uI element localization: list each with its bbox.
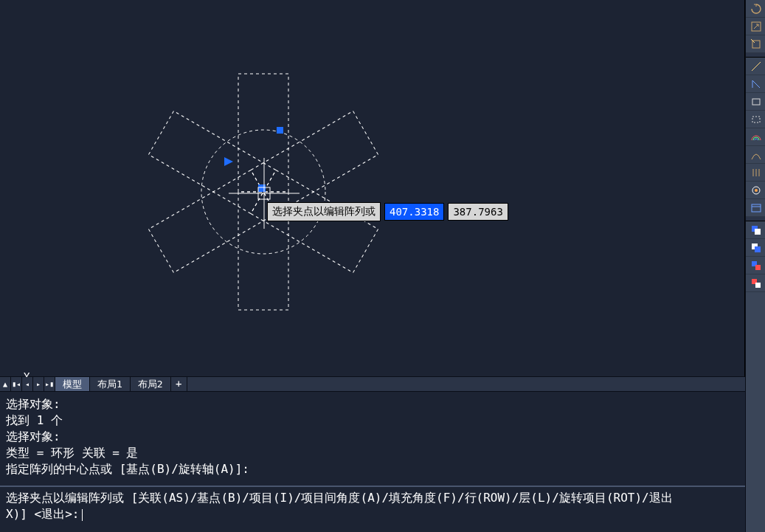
svg-rect-17	[752, 204, 761, 212]
prompt-text-l1: 选择夹点以编辑阵列或 [关联(AS)/基点(B)/项目(I)/项目间角度(A)/…	[6, 491, 673, 505]
history-line: 选择对象:	[6, 396, 739, 412]
fit-screen-icon[interactable]	[746, 18, 765, 35]
caret	[82, 509, 83, 521]
coord-x-input[interactable]: 407.3318	[384, 203, 444, 221]
right-toolbar	[745, 0, 765, 532]
color-chip-icon[interactable]	[746, 182, 765, 199]
command-line[interactable]: 选择夹点以编辑阵列或 [关联(AS)/基点(B)/项目(I)/项目间角度(A)/…	[0, 486, 745, 532]
svg-line-9	[752, 62, 761, 71]
array-item[interactable]	[148, 111, 276, 214]
tab-nav-last[interactable]: ▸▮	[44, 377, 55, 391]
angle-icon[interactable]	[746, 75, 765, 93]
svg-rect-26	[755, 283, 761, 288]
tab-nav-up[interactable]: ▲	[0, 377, 11, 391]
svg-rect-10	[752, 99, 760, 105]
refresh-icon[interactable]	[746, 0, 765, 18]
layers4-icon[interactable]	[746, 274, 765, 292]
tab-layout1[interactable]: 布局1	[90, 377, 131, 391]
array-item[interactable]	[148, 170, 276, 273]
drawing-viewport[interactable]: 选择夹点以编辑阵列或 407.3318 387.7963 X Y	[0, 0, 745, 377]
command-history[interactable]: 选择对象: 找到 1 个 选择对象: 类型 = 环形 关联 = 是 指定阵列的中…	[0, 391, 745, 486]
tab-add[interactable]: +	[171, 377, 187, 391]
tab-nav-next[interactable]: ▸	[33, 377, 44, 391]
layers1-icon[interactable]	[746, 221, 765, 239]
coord-y-input[interactable]: 387.7963	[448, 203, 508, 221]
rect-outline-icon[interactable]	[746, 93, 765, 111]
history-line: 指定阵列的中心点或 [基点(B)/旋转轴(A)]:	[6, 461, 739, 477]
layout-tab-bar: ▲ ▮◂ ◂ ▸ ▸▮ 模型 布局1 布局2 +	[0, 377, 745, 391]
tab-layout2[interactable]: 布局2	[131, 377, 171, 391]
tab-model[interactable]: 模型	[55, 377, 90, 391]
polar-array[interactable]	[148, 74, 378, 310]
tab-nav-prev[interactable]: ◂	[22, 377, 33, 391]
history-line: 选择对象:	[6, 429, 739, 445]
grain-icon[interactable]	[746, 164, 765, 182]
prompt-text-l2: X)] <退出>:	[6, 507, 79, 521]
line-icon[interactable]	[746, 58, 765, 75]
tab-nav-first[interactable]: ▮◂	[11, 377, 22, 391]
select-window-icon[interactable]	[746, 35, 765, 53]
history-line: 找到 1 个	[6, 412, 739, 429]
svg-rect-20	[755, 229, 761, 235]
history-line: 类型 = 环形 关联 = 是	[6, 445, 739, 461]
svg-rect-11	[752, 117, 760, 122]
svg-point-16	[755, 189, 758, 192]
arc-icon[interactable]	[746, 146, 765, 164]
rainbow-icon[interactable]	[746, 128, 765, 146]
layers2-icon[interactable]	[746, 239, 765, 257]
layers3-icon[interactable]	[746, 257, 765, 274]
dynamic-input: 选择夹点以编辑阵列或 407.3318 387.7963	[267, 202, 508, 221]
grip-square[interactable]	[277, 127, 283, 134]
dynamic-prompt: 选择夹点以编辑阵列或	[267, 202, 381, 221]
array-item[interactable]	[251, 170, 378, 273]
svg-rect-24	[755, 265, 761, 270]
panel-icon[interactable]	[746, 199, 765, 217]
grip-triangle[interactable]	[224, 157, 233, 166]
svg-rect-22	[755, 246, 761, 252]
rect-dashed-icon[interactable]	[746, 111, 765, 128]
